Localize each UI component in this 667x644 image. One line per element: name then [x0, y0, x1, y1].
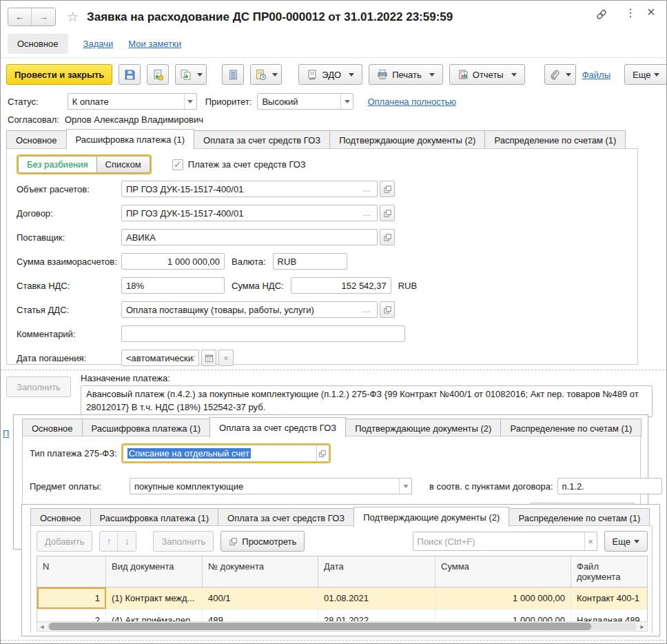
clause-field-1[interactable]: п.1.2.	[557, 478, 662, 494]
dds-field[interactable]: Оплата поставщику (товары, работы, услуг…	[121, 301, 378, 318]
view-document-button[interactable]: Просмотреть	[220, 531, 305, 552]
goz-checkbox[interactable]: ✓ Платеж за счет средств ГОЗ	[172, 159, 306, 170]
cell-sum[interactable]: 1 000 000,00	[435, 587, 571, 609]
back-button[interactable]: ←	[8, 8, 32, 26]
scrollbar-thumb[interactable]	[49, 623, 591, 630]
forward-button[interactable]: →	[32, 8, 55, 26]
fill-table-button[interactable]: Заполнить	[153, 531, 214, 552]
toggle-as-list[interactable]: Списком	[97, 156, 150, 173]
print-button[interactable]: Печать	[369, 64, 443, 85]
document-history-icon[interactable]	[250, 64, 282, 85]
toggle-no-split[interactable]: Без разбиения	[18, 156, 97, 173]
tab-payment-details[interactable]: Расшифровка платежа (1)	[90, 508, 218, 527]
cell-file[interactable]: Контракт 400-1	[571, 587, 647, 609]
nav-tab-notes[interactable]: Мои заметки	[128, 39, 181, 49]
col-n[interactable]: N	[37, 556, 106, 587]
tab-main[interactable]: Основное	[6, 130, 67, 149]
add-row-button[interactable]: Добавить	[37, 531, 92, 552]
more-button[interactable]: Еще	[624, 64, 667, 85]
amount-field[interactable]: 1 000 000,00	[121, 253, 225, 270]
scroll-left-icon[interactable]: ◄	[37, 623, 47, 630]
move-up-icon[interactable]: ↑	[100, 532, 118, 551]
cell-n-current[interactable]: 1	[37, 587, 106, 609]
chevron-down-icon[interactable]	[184, 94, 196, 109]
vat-sum-field[interactable]: 152 542,37	[291, 277, 391, 294]
horizontal-scrollbar[interactable]: ◄ ►	[37, 621, 648, 632]
tab-supporting-docs[interactable]: Подтверждающие документы (2)	[353, 507, 509, 527]
move-down-icon[interactable]: ↓	[118, 532, 136, 551]
open-contract-icon[interactable]	[380, 205, 395, 221]
payment-type-field[interactable]: Списание на отдельный счет	[123, 445, 329, 462]
choose-ellipsis-icon[interactable]: …	[360, 208, 373, 218]
dropdown-caret-icon	[272, 73, 278, 77]
purpose-textarea[interactable]: Авансовый платеж (п.4.2.) за покупные ко…	[81, 385, 653, 417]
nav-tab-tasks[interactable]: Задачи	[83, 39, 114, 49]
vat-rate-field[interactable]: 18%	[121, 277, 225, 294]
favorite-star-icon[interactable]: ☆	[67, 9, 79, 25]
post-document-icon[interactable]	[147, 64, 169, 85]
tab-goz-payment[interactable]: Оплата за счет средств ГОЗ	[209, 417, 346, 437]
attachments-button[interactable]	[544, 64, 576, 85]
tab-goz-payment[interactable]: Оплата за счет средств ГОЗ	[194, 130, 330, 149]
register-records-icon[interactable]	[222, 64, 244, 85]
tab-account-distribution[interactable]: Распределение по счетам (1)	[509, 508, 650, 527]
tab-account-distribution[interactable]: Распределение по счетам (1)	[500, 419, 642, 437]
status-label: Статус:	[8, 97, 39, 107]
tab-supporting-docs[interactable]: Подтверждающие документы (2)	[345, 419, 501, 437]
tab-payment-details[interactable]: Расшифровка платежа (1)	[82, 419, 210, 437]
open-payment-type-icon[interactable]	[316, 445, 329, 461]
calendar-icon[interactable]	[201, 350, 216, 366]
tab-payment-details[interactable]: Расшифровка платежа (1)	[66, 129, 194, 149]
supplier-field[interactable]: АВИКА	[121, 229, 378, 245]
col-number[interactable]: № документа	[203, 556, 318, 587]
tab-supporting-docs[interactable]: Подтверждающие документы (2)	[329, 130, 485, 149]
col-file[interactable]: Файл документа	[571, 556, 647, 587]
col-kind[interactable]: Вид документа	[106, 556, 203, 587]
post-and-close-button[interactable]: Провести и закрыть	[6, 64, 112, 85]
scroll-right-icon[interactable]: ►	[637, 623, 647, 630]
priority-select[interactable]: Высокий	[257, 93, 353, 110]
files-link[interactable]: Файлы	[582, 70, 610, 80]
currency-field[interactable]: RUB	[273, 253, 347, 270]
reports-button[interactable]: Отчеты	[449, 64, 525, 85]
tab-account-distribution[interactable]: Распределение по счетам (1)	[484, 130, 626, 149]
cell-date[interactable]: 01.08.2021	[318, 587, 435, 609]
col-sum[interactable]: Сумма	[435, 556, 571, 587]
status-select[interactable]: К оплате	[68, 93, 197, 110]
object-field[interactable]: ПР ГОЗ ДУК-15-1517-400/01 …	[121, 181, 378, 197]
open-object-icon[interactable]	[380, 181, 395, 197]
cell-kind[interactable]: (1) Контракт межд...	[106, 587, 203, 609]
choose-ellipsis-icon[interactable]: …	[360, 184, 373, 194]
search-input[interactable]: Поиск (Ctrl+F) ×	[413, 532, 597, 551]
create-based-on-icon[interactable]	[175, 64, 207, 85]
due-date-field[interactable]: <автоматически>	[121, 350, 199, 366]
choose-ellipsis-icon[interactable]: …	[360, 305, 373, 314]
clear-date-icon[interactable]: ×	[218, 350, 234, 366]
tab-goz-payment[interactable]: Оплата за счет средств ГОЗ	[218, 508, 354, 527]
search-clear-icon[interactable]: ×	[584, 532, 597, 550]
partial-hidden-link[interactable]: П	[3, 428, 9, 439]
object-label: Объект расчетов:	[17, 184, 121, 194]
close-icon[interactable]: ×	[647, 4, 655, 20]
paid-in-full-link[interactable]: Оплачена полностью	[367, 97, 456, 107]
payment-subject-select[interactable]: покупные комплектующие	[130, 478, 412, 494]
more-table-button[interactable]: Еще	[604, 531, 648, 552]
save-icon[interactable]	[119, 64, 141, 85]
cell-number[interactable]: 400/1	[203, 587, 318, 609]
approved-value: Орлов Александр Владимирович	[65, 114, 203, 125]
chevron-down-icon[interactable]	[340, 94, 353, 109]
edo-button[interactable]: ЭДО	[298, 64, 362, 85]
menu-dots-icon[interactable]: ⋮	[625, 6, 636, 19]
open-dds-icon[interactable]	[380, 301, 395, 318]
fill-purpose-button[interactable]: Заполнить	[6, 376, 71, 397]
table-row[interactable]: 1 (1) Контракт межд... 400/1 01.08.2021 …	[37, 587, 647, 609]
open-supplier-icon[interactable]	[380, 229, 395, 245]
tab-main[interactable]: Основное	[22, 419, 83, 437]
contract-field[interactable]: ПР ГОЗ ДУК-15-1517-400/01 …	[121, 205, 378, 221]
get-link-icon[interactable]	[595, 8, 608, 21]
comment-field[interactable]	[121, 325, 405, 342]
chevron-down-icon[interactable]	[399, 479, 411, 494]
tab-main[interactable]: Основное	[30, 508, 91, 527]
col-date[interactable]: Дата	[318, 556, 435, 587]
nav-tab-main[interactable]: Основное	[8, 34, 68, 54]
